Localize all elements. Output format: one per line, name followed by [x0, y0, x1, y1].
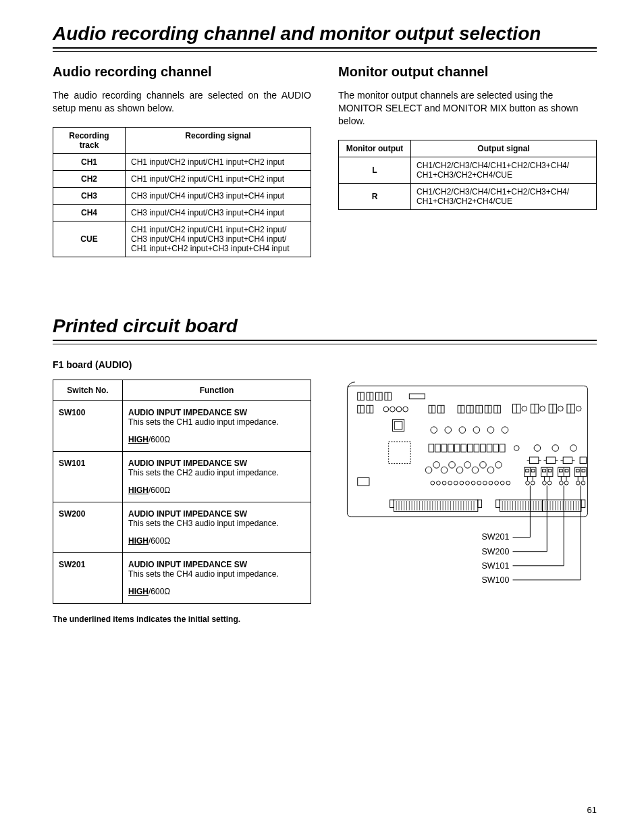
svg-point-111 — [547, 481, 552, 485]
switch-no: SW100 — [53, 400, 123, 451]
svg-rect-61 — [487, 444, 492, 452]
audio-th-track: Recording track — [53, 127, 126, 153]
svg-rect-58 — [468, 444, 473, 452]
svg-point-16 — [403, 407, 408, 412]
table-row: SW200 AUDIO INPUT IMPEDANCE SW This sets… — [53, 502, 311, 552]
svg-point-82 — [456, 467, 463, 473]
page-title-2: Printed circuit board — [53, 315, 597, 337]
svg-point-48 — [473, 427, 480, 434]
svg-point-36 — [540, 406, 545, 411]
svg-point-113 — [559, 481, 563, 485]
switch-fn-desc: This sets the CH2 audio input impedance. — [128, 468, 305, 477]
audio-track: CH4 — [53, 204, 126, 221]
switch-default: HIGH — [128, 536, 149, 546]
svg-rect-135 — [390, 500, 394, 507]
svg-point-121 — [431, 481, 435, 485]
pcb-diagram-column: SW201 SW200 SW101 SW100 — [338, 380, 597, 624]
svg-rect-63 — [500, 444, 505, 452]
pcb-label-sw201: SW201 — [482, 532, 510, 542]
audio-signal: CH3 input/CH4 input/CH3 input+CH4 input — [126, 187, 311, 204]
switch-fn-cell: AUDIO INPUT IMPEDANCE SW This sets the C… — [123, 400, 311, 451]
title-rule-1 — [53, 47, 597, 52]
switch-th-fn: Function — [123, 380, 311, 400]
svg-point-81 — [449, 461, 456, 468]
switch-fn-desc: This sets the CH4 audio input impedance. — [128, 569, 305, 579]
svg-rect-8 — [409, 394, 425, 399]
svg-point-83 — [464, 461, 471, 468]
audio-track: CH2 — [53, 170, 126, 187]
audio-track: CH1 — [53, 153, 126, 170]
columns-top: Audio recording channel The audio record… — [53, 64, 597, 257]
switch-setting: HIGH/600Ω — [128, 435, 305, 444]
svg-point-127 — [466, 481, 470, 485]
svg-point-33 — [522, 406, 527, 411]
svg-rect-92 — [531, 469, 535, 472]
columns-bottom: Switch No. Function SW100 AUDIO INPUT IM… — [53, 380, 597, 624]
switch-fn-head: AUDIO INPUT IMPEDANCE SW — [128, 560, 305, 569]
switch-default: HIGH — [128, 486, 149, 495]
switch-fn-cell: AUDIO INPUT IMPEDANCE SW This sets the C… — [123, 451, 311, 502]
svg-point-109 — [543, 481, 547, 485]
pcb-icon: SW201 SW200 SW101 SW100 — [338, 380, 597, 600]
switch-setting: HIGH/600Ω — [128, 486, 305, 495]
svg-point-13 — [383, 407, 389, 412]
monitor-th-signal: Output signal — [411, 140, 597, 157]
svg-rect-95 — [543, 469, 546, 472]
table-row: CUE CH1 input/CH2 input/CH1 input+CH2 in… — [53, 221, 311, 257]
svg-rect-52 — [429, 444, 434, 452]
table-row: SW101 AUDIO INPUT IMPEDANCE SW This sets… — [53, 451, 311, 502]
f1-subheading: F1 board (AUDIO) — [53, 359, 597, 370]
svg-point-85 — [480, 461, 487, 468]
page-title-1: Audio recording channel and monitor outp… — [53, 23, 597, 45]
table-row: CH1 CH1 input/CH2 input/CH1 input+CH2 in… — [53, 153, 311, 170]
audio-signal: CH1 input/CH2 input/CH1 input+CH2 input/… — [126, 221, 311, 257]
switch-default: HIGH — [128, 587, 149, 596]
svg-rect-170 — [500, 500, 581, 511]
switch-alt: /600Ω — [149, 486, 170, 495]
monitor-table: Monitor output Output signal L CH1/CH2/C… — [338, 140, 597, 210]
switch-alt: /600Ω — [149, 587, 170, 596]
svg-rect-103 — [576, 469, 579, 472]
switch-table: Switch No. Function SW100 AUDIO INPUT IM… — [53, 380, 311, 604]
audio-heading: Audio recording channel — [53, 64, 311, 80]
svg-point-132 — [495, 481, 499, 485]
svg-point-129 — [477, 481, 481, 485]
monitor-th-output: Monitor output — [339, 140, 411, 157]
svg-rect-88 — [358, 477, 369, 485]
pcb-diagram: SW201 SW200 SW101 SW100 — [338, 380, 597, 602]
svg-point-50 — [502, 427, 508, 434]
svg-point-66 — [552, 444, 559, 451]
svg-rect-71 — [546, 457, 555, 464]
svg-point-124 — [448, 481, 452, 485]
monitor-out: L — [339, 157, 411, 183]
svg-rect-68 — [529, 457, 538, 464]
svg-point-122 — [437, 481, 441, 485]
svg-rect-100 — [565, 469, 568, 472]
table-row: L CH1/CH2/CH3/CH4/CH1+CH2/CH3+CH4/ CH1+C… — [339, 157, 597, 183]
switch-fn-head: AUDIO INPUT IMPEDANCE SW — [128, 509, 305, 519]
pcb-label-sw100: SW100 — [482, 575, 510, 584]
svg-point-119 — [581, 481, 585, 485]
audio-signal: CH1 input/CH2 input/CH1 input+CH2 input — [126, 153, 311, 170]
table-row: SW201 AUDIO INPUT IMPEDANCE SW This sets… — [53, 552, 311, 603]
switch-fn-cell: AUDIO INPUT IMPEDANCE SW This sets the C… — [123, 502, 311, 552]
svg-point-86 — [487, 467, 494, 473]
svg-point-49 — [487, 427, 494, 434]
svg-rect-77 — [580, 457, 587, 464]
svg-point-15 — [396, 407, 402, 412]
svg-point-125 — [454, 481, 458, 485]
monitor-out: R — [339, 183, 411, 209]
svg-point-39 — [558, 406, 564, 411]
switch-setting: HIGH/600Ω — [128, 587, 305, 596]
switch-no: SW101 — [53, 451, 123, 502]
table-row: CH3 CH3 input/CH4 input/CH3 input+CH4 in… — [53, 187, 311, 204]
switch-table-column: Switch No. Function SW100 AUDIO INPUT IM… — [53, 380, 311, 624]
svg-rect-91 — [526, 469, 529, 472]
switch-no: SW200 — [53, 502, 123, 552]
svg-point-123 — [442, 481, 446, 485]
svg-rect-74 — [563, 457, 572, 464]
audio-table: Recording track Recording signal CH1 CH1… — [53, 127, 311, 257]
page-number: 61 — [587, 805, 597, 815]
audio-th-signal: Recording signal — [126, 127, 311, 153]
svg-point-117 — [576, 481, 580, 485]
